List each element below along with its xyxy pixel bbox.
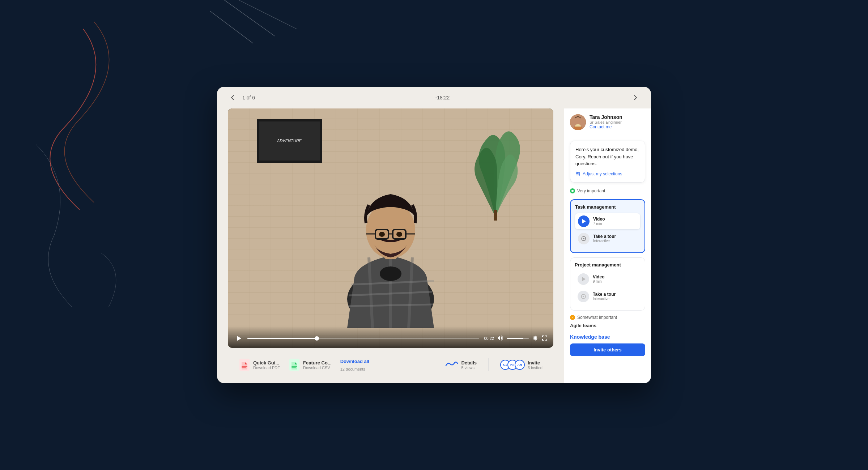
wall-frame: ADVENTURE (257, 119, 322, 163)
project-video-item[interactable]: Video 9 min (575, 271, 641, 287)
rep-name: Tara Johnson (590, 114, 622, 120)
task-video-item[interactable]: Video 7 min (575, 213, 640, 229)
pdf-name: Quick Gui... (253, 360, 280, 366)
wave-icon (445, 360, 458, 369)
progress-bar[interactable] (247, 338, 479, 339)
svg-point-33 (583, 296, 584, 297)
project-video-label: Video (593, 274, 604, 279)
svg-rect-0 (494, 210, 497, 221)
csv-name: Feature Co... (303, 360, 332, 366)
task-video-label: Video (593, 217, 605, 222)
svg-point-25 (576, 172, 578, 173)
project-tour-label: Take a tour (593, 292, 616, 297)
content-area: ADVENTURE (217, 108, 651, 383)
video-background: ADVENTURE (228, 108, 553, 348)
avatar-ar: AR (515, 360, 525, 370)
video-panel: ADVENTURE (217, 108, 564, 383)
priority-dot (570, 188, 575, 193)
agile-title: Agile teams (564, 321, 651, 331)
project-video-duration: 9 min (593, 279, 604, 283)
download-all[interactable]: Download all 12 documents (340, 359, 369, 371)
progress-thumb (315, 336, 319, 341)
main-window: 1 of 6 -18:22 ADVENTURE (217, 87, 651, 383)
volume-fill (507, 338, 523, 339)
rep-avatar (570, 114, 586, 130)
svg-point-26 (578, 173, 579, 174)
svg-rect-16 (242, 367, 246, 368)
details-views: 5 views (461, 366, 477, 370)
play-button[interactable] (234, 333, 244, 343)
pdf-icon (239, 358, 250, 372)
top-bar: 1 of 6 -18:22 (217, 87, 651, 108)
priority-very-important: Very important (564, 187, 651, 195)
task-video-duration: 7 min (593, 222, 605, 226)
svg-point-27 (579, 174, 580, 175)
svg-rect-15 (242, 366, 247, 367)
svg-marker-31 (582, 277, 586, 281)
somewhat-text: Somewhat important (577, 315, 617, 320)
svg-marker-12 (237, 336, 241, 341)
project-video-icon (578, 273, 589, 285)
project-tour-item[interactable]: Take a tour Interactive (575, 289, 641, 304)
sales-rep-card: Tara Johnson Sr Sales Engineer Contact m… (564, 108, 651, 136)
task-tour-icon (578, 233, 590, 244)
settings-button[interactable] (532, 335, 538, 342)
message-text: Here's your customized demo, Cory. Reach… (575, 146, 640, 167)
svg-point-30 (583, 238, 584, 239)
svg-point-10 (379, 232, 385, 237)
right-sidebar: Tara Johnson Sr Sales Engineer Contact m… (564, 108, 651, 383)
nav-timer: -18:22 (435, 95, 450, 101)
download-all-count: 12 documents (340, 367, 365, 371)
message-bubble: Here's your customized demo, Cory. Reach… (570, 141, 645, 183)
details-label: Details (461, 360, 477, 366)
rep-contact-link[interactable]: Contact me (590, 124, 622, 129)
check-icon: ✓ (570, 315, 575, 320)
task-tour-item[interactable]: Take a tour Interactive (575, 231, 640, 247)
csv-icon (289, 358, 300, 372)
divider2 (488, 358, 489, 371)
project-management-card[interactable]: Project management Video 9 min (570, 257, 645, 311)
task-tour-label: Take a tour (593, 234, 616, 239)
svg-marker-28 (582, 219, 586, 223)
time-display: -00:22 (483, 336, 494, 341)
csv-sub: Download CSV (303, 366, 332, 370)
fullscreen-button[interactable] (542, 335, 548, 342)
task-management-card[interactable]: Task management Video 7 min (570, 199, 645, 253)
adjust-icon (575, 171, 580, 177)
download-all-label: Download all (340, 359, 369, 364)
svg-point-3 (380, 266, 401, 281)
csv-doc[interactable]: Feature Co... Download CSV (289, 358, 332, 372)
adjust-selections-link[interactable]: Adjust my selections (575, 171, 640, 177)
next-arrow[interactable] (630, 93, 640, 103)
divider (381, 358, 381, 371)
task-tour-sub: Interactive (593, 239, 616, 243)
nav-left: 1 of 6 (228, 93, 255, 103)
person-silhouette (322, 162, 459, 328)
plant (459, 116, 532, 217)
task-video-icon (578, 215, 590, 227)
adjust-label: Adjust my selections (583, 171, 622, 176)
svg-point-11 (396, 232, 402, 237)
bottom-bar: Quick Gui... Download PDF (228, 354, 553, 376)
rep-title: Sr Sales Engineer (590, 120, 622, 124)
video-controls: -00:22 (228, 326, 553, 348)
somewhat-important-badge: ✓ Somewhat important (564, 312, 651, 321)
knowledge-base-link[interactable]: Knowledge base (570, 334, 645, 340)
pdf-sub: Download PDF (253, 366, 280, 370)
project-tour-icon (578, 291, 589, 302)
prev-arrow[interactable] (228, 93, 238, 103)
priority-very-text: Very important (577, 188, 605, 193)
project-tour-sub: Interactive (593, 297, 616, 301)
volume-slider[interactable] (507, 338, 529, 339)
invite-count: 3 invited (528, 366, 542, 370)
svg-point-4 (366, 202, 415, 258)
video-container[interactable]: ADVENTURE (228, 108, 553, 348)
volume-button[interactable] (498, 335, 503, 342)
task-management-title: Task management (575, 204, 640, 210)
details-section: Details 5 views (445, 360, 477, 370)
invite-others-button[interactable]: Invite others (570, 343, 645, 356)
avatar-stack: CJ RF AR (500, 360, 525, 370)
pdf-doc[interactable]: Quick Gui... Download PDF (239, 358, 280, 372)
nav-counter: 1 of 6 (242, 95, 255, 101)
knowledge-base-section: Knowledge base Invite others (564, 331, 651, 359)
